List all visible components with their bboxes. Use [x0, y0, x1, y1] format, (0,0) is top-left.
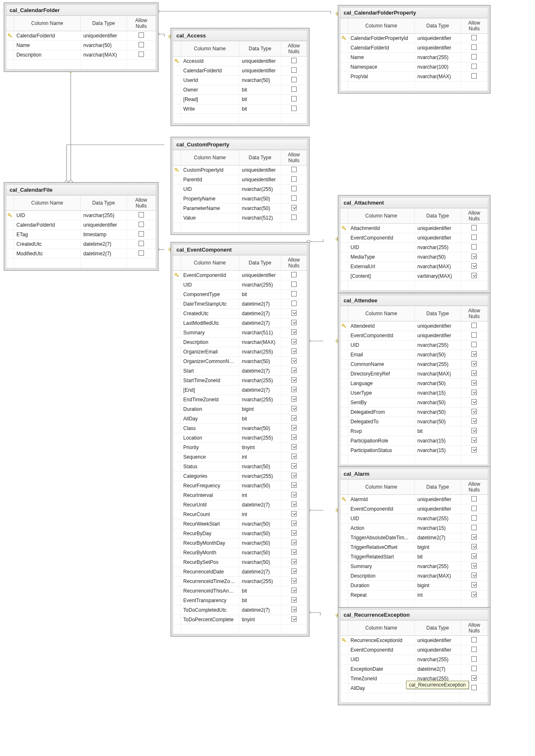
- table-row[interactable]: RecurIntervalint: [173, 491, 307, 500]
- table-attachment[interactable]: cal_AttachmentColumn NameData TypeAllow …: [338, 195, 490, 293]
- table-row[interactable]: CalendarFolderIduniqueidentifier: [173, 66, 307, 76]
- allow-nulls-checkbox[interactable]: [471, 254, 477, 259]
- allow-nulls-checkbox[interactable]: [291, 607, 297, 612]
- table-row[interactable]: OrganizerCommonNamenvarchar(50): [173, 357, 307, 366]
- table-title[interactable]: cal_CustomProperty: [173, 139, 307, 150]
- table-row[interactable]: CalendarFolderPropertyIduniqueidentifier: [340, 34, 488, 43]
- table-row[interactable]: Durationbigint: [173, 405, 307, 414]
- table-row[interactable]: EventComponentIduniqueidentifier: [173, 271, 307, 280]
- table-row[interactable]: CustomPropertyIduniqueidentifier: [173, 166, 307, 175]
- allow-nulls-checkbox[interactable]: [291, 272, 297, 277]
- table-row[interactable]: UIDnvarchar(255): [340, 514, 488, 524]
- table-row[interactable]: UserIdnvarchar(50): [173, 76, 307, 85]
- table-row[interactable]: [340, 455, 488, 465]
- allow-nulls-checkbox[interactable]: [471, 263, 477, 269]
- table-row[interactable]: TriggerRelativeOffsetbigint: [340, 543, 488, 552]
- table-row[interactable]: TriggerRelatedStartbit: [340, 552, 488, 562]
- allow-nulls-checkbox[interactable]: [471, 380, 477, 385]
- allow-nulls-checkbox[interactable]: [471, 685, 477, 690]
- table-title[interactable]: cal_CalendarFolder: [6, 5, 156, 16]
- allow-nulls-checkbox[interactable]: [291, 578, 297, 583]
- allow-nulls-checkbox[interactable]: [291, 368, 297, 373]
- allow-nulls-checkbox[interactable]: [471, 332, 477, 338]
- allow-nulls-checkbox[interactable]: [291, 176, 297, 182]
- allow-nulls-checkbox[interactable]: [471, 273, 477, 278]
- table-title[interactable]: cal_Alarm: [340, 469, 488, 479]
- table-access[interactable]: cal_AccessColumn NameData TypeAllow Null…: [171, 28, 310, 126]
- allow-nulls-checkbox[interactable]: [471, 544, 477, 549]
- table-row[interactable]: ModifiedUtcdatetime2(7): [6, 249, 156, 259]
- table-row[interactable]: AccessIduniqueidentifier: [173, 57, 307, 66]
- allow-nulls-checkbox[interactable]: [291, 616, 297, 622]
- table-title[interactable]: cal_CalendarFolderProperty: [340, 7, 488, 18]
- table-row[interactable]: CommonNamenvarchar(255): [340, 360, 488, 369]
- allow-nulls-checkbox[interactable]: [139, 250, 144, 256]
- table-row[interactable]: Namenvarchar(50): [6, 41, 156, 50]
- table-title[interactable]: cal_Access: [173, 30, 307, 41]
- allow-nulls-checkbox[interactable]: [471, 437, 477, 443]
- table-alarm[interactable]: cal_AlarmColumn NameData TypeAllow Nulls…: [338, 466, 490, 612]
- allow-nulls-checkbox[interactable]: [471, 573, 477, 578]
- table-row[interactable]: [6, 60, 156, 69]
- table-row[interactable]: RecurByMonthnvarchar(50): [173, 548, 307, 558]
- allow-nulls-checkbox[interactable]: [291, 215, 297, 220]
- allow-nulls-checkbox[interactable]: [471, 399, 477, 405]
- table-row[interactable]: Descriptionnvarchar(MAX): [340, 571, 488, 581]
- table-row[interactable]: OrganizerEmailnvarchar(255): [173, 347, 307, 357]
- allow-nulls-checkbox[interactable]: [471, 390, 477, 395]
- table-row[interactable]: Namespacenvarchar(100): [340, 62, 488, 72]
- allow-nulls-checkbox[interactable]: [291, 425, 297, 430]
- allow-nulls-checkbox[interactable]: [471, 371, 477, 376]
- table-row[interactable]: Startdatetime2(7): [173, 366, 307, 376]
- table-row[interactable]: Summarynvarchar(511): [173, 328, 307, 338]
- table-row[interactable]: Rsvpbit: [340, 427, 488, 436]
- allow-nulls-checkbox[interactable]: [471, 553, 477, 559]
- table-row[interactable]: EventComponentIduniqueidentifier: [340, 233, 488, 243]
- table-row[interactable]: RecurrenceIdThisAndFut...bit: [173, 586, 307, 596]
- table-customprop[interactable]: cal_CustomPropertyColumn NameData TypeAl…: [171, 137, 310, 235]
- allow-nulls-checkbox[interactable]: [139, 231, 144, 237]
- table-row[interactable]: Prioritytinyint: [173, 443, 307, 452]
- allow-nulls-checkbox[interactable]: [291, 377, 297, 383]
- table-row[interactable]: [6, 259, 156, 268]
- allow-nulls-checkbox[interactable]: [139, 222, 144, 227]
- table-row[interactable]: CalendarFolderIduniqueidentifier: [6, 220, 156, 230]
- allow-nulls-checkbox[interactable]: [291, 329, 297, 335]
- table-title[interactable]: cal_RecurrenceException: [340, 610, 488, 620]
- allow-nulls-checkbox[interactable]: [291, 77, 297, 82]
- table-row[interactable]: Writebit: [173, 104, 307, 114]
- table-title[interactable]: cal_CalendarFile: [6, 185, 156, 195]
- table-recurex[interactable]: cal_RecurrenceExceptionColumn NameData T…: [338, 607, 490, 705]
- allow-nulls-checkbox[interactable]: [471, 496, 477, 502]
- table-row[interactable]: UIDnvarchar(255): [173, 185, 307, 194]
- table-row[interactable]: ToDoCompletedUtcdatetime2(7): [173, 605, 307, 615]
- table-row[interactable]: Emailnvarchar(50): [340, 350, 488, 360]
- table-row[interactable]: [173, 223, 307, 232]
- allow-nulls-checkbox[interactable]: [471, 582, 477, 588]
- table-row[interactable]: Namenvarchar(255): [340, 53, 488, 62]
- table-row[interactable]: RecurUntildatetime2(7): [173, 500, 307, 510]
- allow-nulls-checkbox[interactable]: [471, 54, 477, 59]
- allow-nulls-checkbox[interactable]: [471, 235, 477, 240]
- table-title[interactable]: cal_Attendee: [340, 295, 488, 306]
- allow-nulls-checkbox[interactable]: [471, 666, 477, 671]
- table-row[interactable]: ToDoPercentCompletetinyint: [173, 615, 307, 625]
- table-row[interactable]: ExceptionDatedatetime2(7): [340, 665, 488, 674]
- allow-nulls-checkbox[interactable]: [291, 291, 297, 296]
- table-row[interactable]: UIDnvarchar(255): [340, 243, 488, 252]
- allow-nulls-checkbox[interactable]: [291, 186, 297, 191]
- allow-nulls-checkbox[interactable]: [471, 418, 477, 424]
- table-row[interactable]: UIDnvarchar(255): [340, 655, 488, 665]
- allow-nulls-checkbox[interactable]: [291, 205, 297, 210]
- table-row[interactable]: DelegatedFromnvarchar(50): [340, 408, 488, 417]
- table-row[interactable]: RecurFrequencynvarchar(50): [173, 481, 307, 491]
- table-row[interactable]: ComponentTypebit: [173, 290, 307, 299]
- table-row[interactable]: PropertyNamenvarchar(50): [173, 194, 307, 204]
- allow-nulls-checkbox[interactable]: [471, 647, 477, 652]
- table-row[interactable]: TriggerAbsoluteDateTim...datetime2(7): [340, 533, 488, 543]
- table-row[interactable]: [Content]varbinary(MAX): [340, 272, 488, 281]
- allow-nulls-checkbox[interactable]: [471, 409, 477, 414]
- table-row[interactable]: Classnvarchar(50): [173, 424, 307, 433]
- table-row[interactable]: Descriptionnvarchar(MAX): [6, 50, 156, 60]
- table-row[interactable]: CalendarFolderIduniqueidentifier: [6, 31, 156, 41]
